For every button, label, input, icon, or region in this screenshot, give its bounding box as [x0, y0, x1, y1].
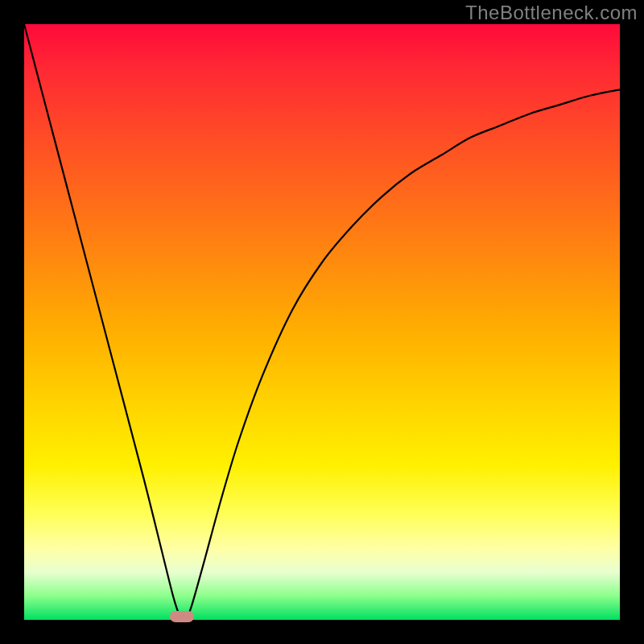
min-marker	[170, 611, 194, 622]
chart-frame: TheBottleneck.com	[0, 0, 644, 644]
watermark-text: TheBottleneck.com	[465, 2, 638, 24]
curve-svg	[24, 24, 620, 620]
plot-area	[24, 24, 620, 620]
bottleneck-curve	[24, 24, 620, 620]
